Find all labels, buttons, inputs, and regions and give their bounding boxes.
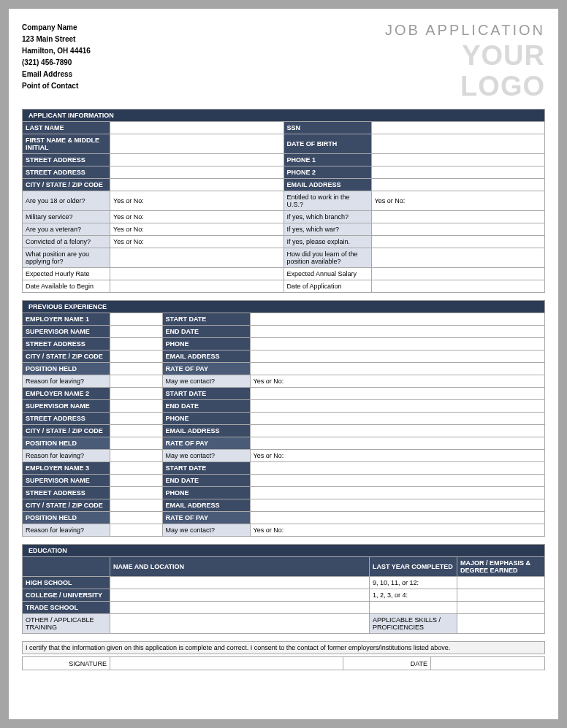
input-phone-e3[interactable] (250, 487, 544, 499)
label-emp3: EMPLOYER NAME 3 (23, 462, 110, 475)
label-phone-e2: PHONE (162, 413, 250, 425)
input-other-training[interactable] (110, 614, 370, 634)
logo-block: JOB APPLICATION YOUR LOGO (385, 22, 545, 100)
label-first-mi: FIRST NAME & MIDDLE INITIAL (23, 134, 110, 154)
input-end3[interactable] (250, 475, 544, 487)
input-position[interactable] (110, 248, 284, 268)
input-email-e1[interactable] (250, 350, 544, 363)
input-emp2[interactable] (110, 388, 163, 400)
input-pos2[interactable] (110, 437, 163, 450)
input-age18[interactable]: Yes or No: (110, 191, 284, 211)
input-hs-year[interactable]: 9, 10, 11, or 12: (370, 577, 457, 589)
input-war[interactable] (371, 223, 545, 236)
input-salary[interactable] (371, 268, 545, 280)
input-pos3[interactable] (110, 512, 163, 524)
label-email-e2: EMAIL ADDRESS (162, 425, 250, 437)
input-phone-e2[interactable] (250, 413, 544, 425)
input-rate2[interactable] (250, 437, 544, 450)
input-learn[interactable] (371, 248, 545, 268)
input-rate1[interactable] (250, 363, 544, 375)
input-college-major[interactable] (457, 589, 545, 602)
input-hs-name[interactable] (110, 577, 370, 589)
label-street-e2: STREET ADDRESS (23, 413, 110, 425)
label-street1: STREET ADDRESS (23, 154, 110, 166)
input-branch[interactable] (371, 211, 545, 223)
input-email[interactable] (371, 179, 545, 191)
label-phone-e3: PHONE (162, 487, 250, 499)
label-learn: How did you learn of the position availa… (284, 248, 371, 268)
input-email-e2[interactable] (250, 425, 544, 437)
input-street2[interactable] (110, 166, 284, 179)
input-csz[interactable] (110, 179, 284, 191)
input-date-begin[interactable] (110, 280, 284, 293)
input-sig-date[interactable] (431, 657, 545, 670)
input-explain[interactable] (371, 236, 545, 248)
input-felony[interactable]: Yes or No: (110, 236, 284, 248)
company-phone: (321) 456-7890 (22, 57, 91, 69)
input-emp3[interactable] (110, 462, 163, 475)
input-signature[interactable] (110, 657, 343, 670)
input-reason2[interactable] (110, 450, 163, 462)
form-title: JOB APPLICATION (385, 22, 545, 39)
company-info: Company Name 123 Main Street Hamilton, O… (22, 22, 91, 100)
input-start2[interactable] (250, 388, 544, 400)
input-sup1[interactable] (110, 326, 163, 338)
input-start3[interactable] (250, 462, 544, 475)
input-csz-e1[interactable] (110, 350, 163, 363)
edu-last-year-header: LAST YEAR COMPLETED (370, 557, 457, 577)
input-reason3[interactable] (110, 524, 163, 537)
input-phone-e1[interactable] (250, 338, 544, 350)
input-end1[interactable] (250, 326, 544, 338)
input-hourly[interactable] (110, 268, 284, 280)
input-phone2[interactable] (371, 166, 545, 179)
input-sup2[interactable] (110, 400, 163, 413)
section-education-header: EDUCATION (22, 544, 545, 556)
signature-table: SIGNATURE DATE (22, 656, 545, 670)
section-applicant-header: APPLICANT INFORMATION (22, 109, 545, 121)
input-trade-name[interactable] (110, 602, 370, 614)
input-college-year[interactable]: 1, 2, 3, or 4: (370, 589, 457, 602)
input-start1[interactable] (250, 313, 544, 326)
input-rate3[interactable] (250, 512, 544, 524)
input-last-name[interactable] (110, 122, 284, 134)
label-phone-e1: PHONE (162, 338, 250, 350)
input-contact2[interactable]: Yes or No: (250, 450, 544, 462)
input-csz-e3[interactable] (110, 499, 163, 512)
label-street-e3: STREET ADDRESS (23, 487, 110, 499)
input-reason1[interactable] (110, 375, 163, 388)
input-sup3[interactable] (110, 475, 163, 487)
input-end2[interactable] (250, 400, 544, 413)
company-name: Company Name (22, 22, 91, 34)
input-email-e3[interactable] (250, 499, 544, 512)
input-ssn[interactable] (371, 122, 545, 134)
input-date-app[interactable] (371, 280, 545, 293)
label-dob: DATE OF BIRTH (284, 134, 371, 154)
label-military: Military service? (23, 211, 110, 223)
edu-blank-header (23, 557, 110, 577)
input-skills[interactable] (457, 614, 545, 634)
input-street1[interactable] (110, 154, 284, 166)
input-street-e3[interactable] (110, 487, 163, 499)
section-previous-header: PREVIOUS EXPERIENCE (22, 300, 545, 313)
input-street-e2[interactable] (110, 413, 163, 425)
input-pos1[interactable] (110, 363, 163, 375)
input-trade-year[interactable] (370, 602, 457, 614)
input-street-e1[interactable] (110, 338, 163, 350)
input-trade-major[interactable] (457, 602, 545, 614)
input-phone1[interactable] (371, 154, 545, 166)
input-first-mi[interactable] (110, 134, 284, 154)
input-dob[interactable] (371, 134, 545, 154)
label-end1: END DATE (162, 326, 250, 338)
input-veteran[interactable]: Yes or No: (110, 223, 284, 236)
input-military[interactable]: Yes or No: (110, 211, 284, 223)
edu-major-header: MAJOR / EMPHASIS & DEGREE EARNED (457, 557, 545, 577)
input-college-name[interactable] (110, 589, 370, 602)
input-contact3[interactable]: Yes or No: (250, 524, 544, 537)
input-csz-e2[interactable] (110, 425, 163, 437)
input-contact1[interactable]: Yes or No: (250, 375, 544, 388)
label-date-begin: Date Available to Begin (23, 280, 110, 293)
input-entitled[interactable]: Yes or No: (371, 191, 545, 211)
label-csz: CITY / STATE / ZIP CODE (23, 179, 110, 191)
input-hs-major[interactable] (457, 577, 545, 589)
input-emp1[interactable] (110, 313, 163, 326)
